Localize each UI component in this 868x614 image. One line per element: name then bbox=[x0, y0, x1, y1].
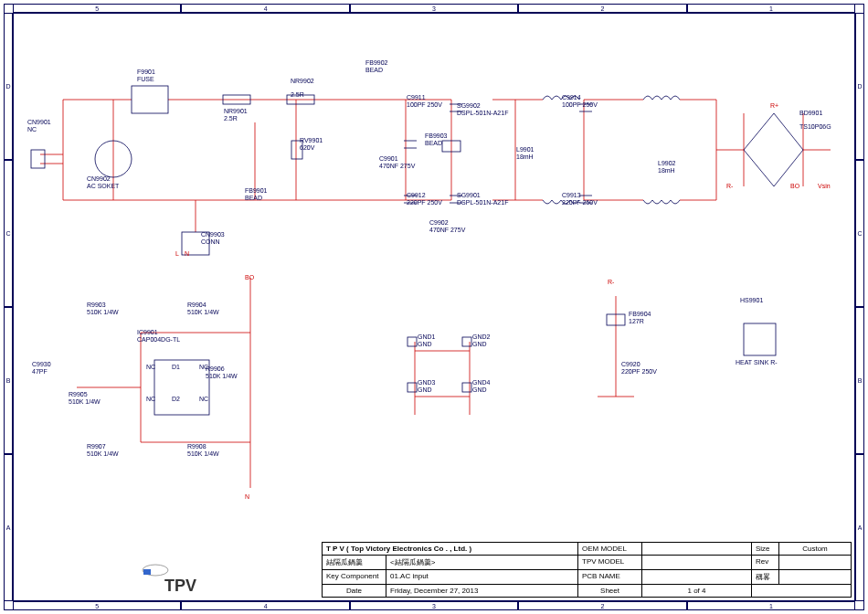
label-cn9902: CN9902AC SOKET bbox=[87, 175, 119, 189]
key-comp-value: 01.AC input bbox=[386, 570, 578, 584]
svg-rect-2 bbox=[31, 150, 45, 168]
date-value: Friday, December 27, 2013 bbox=[386, 585, 578, 597]
ruler-cell: 2 bbox=[518, 4, 686, 13]
ic-pin-d1: D1 bbox=[172, 364, 180, 371]
ic-pin-d2: D2 bbox=[172, 396, 180, 403]
label-r9904: R9904510K 1/4W bbox=[187, 302, 219, 315]
sheet-label: Sheet bbox=[578, 585, 642, 597]
label-nr9902: NR99022.5R bbox=[291, 78, 314, 99]
net-n-1: N bbox=[185, 250, 189, 258]
ruler-top: 5 4 3 2 1 bbox=[13, 4, 855, 13]
pcb-label: PCB NAME bbox=[578, 570, 642, 584]
ruler-cell: A bbox=[855, 454, 864, 601]
net-r-minus-1: R- bbox=[608, 279, 614, 286]
oem-label: OEM MODEL bbox=[578, 543, 642, 555]
ic-pin-nc-4: NC bbox=[199, 396, 208, 403]
ruler-cell: C bbox=[4, 160, 13, 307]
oem-value bbox=[642, 543, 752, 555]
title-block: T P V ( Top Victory Electronics Co . , L… bbox=[322, 542, 852, 598]
ruler-cell: 5 bbox=[13, 601, 181, 610]
company-name: T P V ( Top Victory Electronics Co . , L… bbox=[323, 543, 578, 555]
ruler-bottom: 5 4 3 2 1 bbox=[13, 601, 855, 610]
auth-label: 稱畧 bbox=[752, 570, 779, 584]
ruler-cell: 2 bbox=[518, 601, 686, 610]
net-l-1: L bbox=[175, 250, 179, 258]
label-cn9901: CN9901NC bbox=[27, 119, 51, 132]
rev-label: Rev bbox=[752, 556, 779, 569]
label-sg9902: SG9902DSPL-501N-A21F bbox=[457, 102, 508, 116]
net-n-2: N bbox=[245, 493, 249, 501]
label-fb9901: FB9901BEAD bbox=[245, 187, 268, 201]
ruler-cell: 1 bbox=[687, 601, 855, 610]
svg-rect-8 bbox=[744, 323, 776, 355]
ruler-cell: A bbox=[4, 454, 13, 601]
label-c9902: C9902470NF 275V bbox=[429, 219, 465, 233]
tpv-value bbox=[642, 556, 752, 569]
ic-pin-nc-2: NC bbox=[199, 364, 208, 371]
row2-value: <結隔瓜鍋羹> bbox=[386, 556, 578, 569]
label-c9912: C9912220PF 250V bbox=[407, 192, 442, 206]
row2-label: 結隔瓜鍋羹 bbox=[323, 556, 386, 569]
label-fb9903: FB9903BEAD bbox=[425, 132, 448, 146]
svg-rect-11 bbox=[408, 383, 417, 392]
key-comp-label: Key Component bbox=[323, 570, 386, 584]
svg-rect-16 bbox=[143, 569, 151, 575]
tpv-label: TPV MODEL bbox=[578, 556, 642, 569]
auth-value bbox=[779, 570, 851, 584]
ruler-cell: D bbox=[855, 13, 864, 160]
size-value: Custom bbox=[779, 543, 851, 555]
date-label: Date bbox=[323, 585, 386, 597]
ruler-cell: 3 bbox=[350, 4, 518, 13]
net-bo: BO bbox=[245, 274, 254, 281]
ruler-cell: 3 bbox=[350, 601, 518, 610]
ruler-cell: 4 bbox=[181, 4, 349, 13]
label-f9901: F9901FUSE bbox=[137, 69, 155, 82]
label-r9908: R9908510K 1/4W bbox=[187, 443, 219, 457]
label-c9914: C9914100PF 250V bbox=[562, 94, 598, 108]
rev-value bbox=[779, 556, 851, 569]
label-c9920: C9920220PF 250V bbox=[621, 361, 657, 375]
label-ic9901: IC9901CAP004DG-TL bbox=[137, 329, 180, 343]
label-gnd2: GND2GND bbox=[472, 333, 490, 347]
label-l9901: L990118mH bbox=[516, 146, 534, 160]
net-r-minus-2: R- bbox=[726, 183, 733, 190]
ic-pin-nc-1: NC bbox=[146, 364, 155, 371]
label-c9913: C9913220PF 250V bbox=[562, 192, 598, 206]
label-hs9901: HS9901 bbox=[740, 297, 763, 304]
label-r9905: R9905510K 1/4W bbox=[69, 391, 101, 405]
ruler-cell: 1 bbox=[687, 4, 855, 13]
ruler-cell: D bbox=[4, 13, 13, 160]
label-fb9904: FB9904127R bbox=[629, 311, 651, 324]
label-nr9901: NR99012.5R bbox=[224, 108, 248, 122]
svg-rect-9 bbox=[408, 337, 417, 346]
label-c9911: C9911100PF 250V bbox=[407, 94, 442, 108]
label-gnd3: GND3GND bbox=[418, 379, 435, 393]
ruler-cell: B bbox=[855, 307, 864, 454]
label-bd9901: BD9901TS10P06G bbox=[799, 110, 831, 131]
label-fb9902: FB9902BEAD bbox=[365, 59, 388, 73]
ruler-cell: C bbox=[855, 160, 864, 307]
ruler-cell: 5 bbox=[13, 4, 181, 13]
label-l9902: L990218mH bbox=[658, 160, 675, 174]
ruler-cell: B bbox=[4, 307, 13, 454]
label-r9903: R9903510K 1/4W bbox=[87, 302, 119, 315]
size-label: Size bbox=[752, 543, 779, 555]
ruler-cell: 4 bbox=[181, 601, 349, 610]
svg-rect-0 bbox=[132, 86, 168, 113]
ic-pin-nc-3: NC bbox=[146, 396, 155, 403]
label-gnd1: GND1GND bbox=[418, 333, 435, 347]
label-heatsink: HEAT SINK R- bbox=[736, 359, 778, 366]
label-sg9901: SG9901DSPL-501N-A21F bbox=[457, 192, 508, 206]
ruler-left: D C B A bbox=[4, 13, 13, 601]
label-cn9903: CN9903CONN bbox=[201, 231, 225, 245]
sheet-value: 1 of 4 bbox=[642, 585, 752, 597]
label-r9907: R9907510K 1/4W bbox=[87, 443, 119, 457]
label-c9901: C9901470NF 275V bbox=[379, 155, 415, 169]
tpv-logo-text: TPV bbox=[164, 577, 196, 596]
net-bo-2: BO bbox=[790, 183, 799, 190]
net-vsin: Vsin bbox=[818, 183, 831, 190]
net-r-plus: R+ bbox=[770, 102, 778, 110]
label-rv9901: RV9901620V bbox=[300, 137, 323, 151]
svg-rect-12 bbox=[462, 383, 471, 392]
svg-rect-10 bbox=[462, 337, 471, 346]
